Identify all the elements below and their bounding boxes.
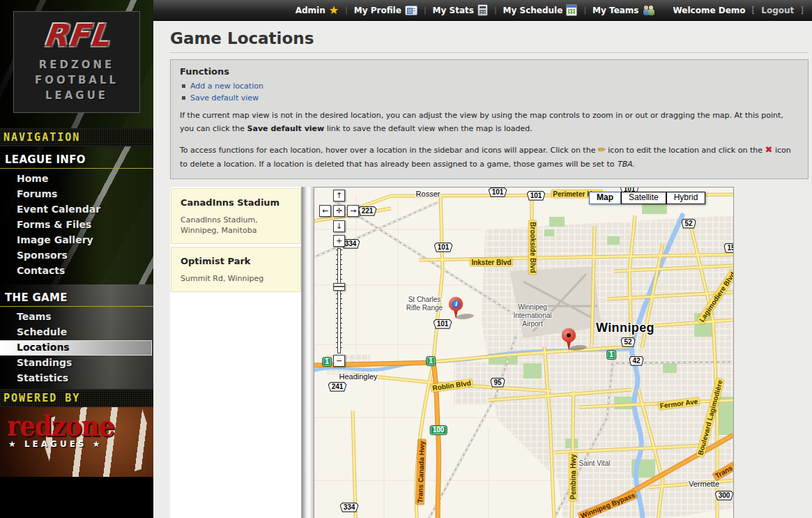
pan-left-button[interactable]: ← — [319, 205, 331, 217]
league-logo-acronym: RFL — [42, 20, 112, 51]
bullet-icon — [182, 96, 185, 100]
zoom-in-button[interactable]: + — [333, 235, 345, 247]
id-card-icon — [405, 6, 418, 15]
sidebar-item-contacts[interactable]: Contacts — [0, 264, 153, 279]
sidebar-item-home[interactable]: Home — [0, 172, 153, 187]
zoom-slider-handle[interactable] — [333, 283, 345, 291]
location-name: CanadInns Stadium — [181, 197, 295, 208]
section-title-league-info: LEAGUE INFO — [0, 152, 153, 169]
zoom-out-button[interactable]: − — [333, 355, 345, 367]
league-logo[interactable]: RFL REDZONE FOOTBALL LEAGUE — [13, 11, 140, 113]
topbar-my-stats[interactable]: My Stats — [433, 4, 488, 16]
welcome-text: Welcome Demo — [673, 6, 746, 15]
sidebar-logo-area: RFL REDZONE FOOTBALL LEAGUE — [0, 0, 153, 128]
help-paragraph-1: If the current map view is not in the de… — [180, 109, 799, 136]
topbar-admin[interactable]: Admin ★ — [296, 6, 339, 15]
map-canvas — [314, 188, 733, 518]
map-type-map-button[interactable]: Map — [589, 192, 621, 204]
location-card-canadinns[interactable]: CanadInns Stadium CanadInns Stadium, Win… — [171, 188, 301, 245]
redzone-leagues-logo[interactable]: redzone ★ LEAGUES ★ — [0, 407, 153, 477]
league-logo-text: REDZONE FOOTBALL LEAGUE — [35, 58, 118, 103]
sidebar-item-forms-files[interactable]: Forms & Files — [0, 218, 153, 233]
map[interactable]: 1011011011011012213343345215524295241300… — [314, 187, 734, 518]
sidebar-section-the-game: THE GAME Teams Schedule Locations Standi… — [0, 284, 153, 389]
save-default-view-link[interactable]: Save default view — [190, 93, 259, 102]
calendar-icon — [566, 4, 577, 16]
functions-header: Functions — [180, 66, 799, 77]
sidebar-item-teams[interactable]: Teams — [0, 310, 153, 325]
topbar-my-profile[interactable]: My Profile — [354, 6, 418, 15]
page-title: Game Locations — [170, 26, 809, 53]
list-item: Add a new location — [182, 82, 799, 91]
topbar-my-schedule[interactable]: My Schedule — [503, 4, 578, 16]
functions-box: Functions Add a new location Save defaul… — [170, 59, 809, 179]
sidebar-item-locations[interactable]: Locations — [0, 340, 152, 356]
sidebar-item-forums[interactable]: Forums — [0, 187, 153, 202]
navigation-led-header: NAVIGATION — [0, 128, 153, 146]
locations-list-panel: CanadInns Stadium CanadInns Stadium, Win… — [170, 187, 314, 518]
location-address: CanadInns Stadium, Winnipeg, Manitoba — [181, 215, 295, 237]
people-icon — [643, 6, 656, 15]
star-icon: ★ — [329, 6, 339, 15]
game-locations-page: RFL REDZONE FOOTBALL LEAGUE NAVIGATION L… — [0, 0, 812, 518]
location-name: Optimist Park — [181, 256, 295, 266]
calculator-icon — [477, 4, 488, 16]
topbar-my-teams[interactable]: My Teams — [592, 6, 655, 15]
sidebar-section-league-info: LEAGUE INFO Home Forums Event Calendar F… — [0, 146, 153, 284]
sidebar: RFL REDZONE FOOTBALL LEAGUE NAVIGATION L… — [0, 0, 153, 518]
powered-by-led-header: POWERED BY — [0, 389, 153, 407]
add-location-link[interactable]: Add a new location — [190, 82, 263, 91]
locations-scrollbar[interactable] — [301, 187, 314, 518]
bullet-icon — [182, 84, 185, 88]
sidebar-item-sponsors[interactable]: Sponsors — [0, 248, 153, 264]
delete-x-icon: ✖ — [765, 144, 772, 155]
sidebar-item-statistics[interactable]: Statistics — [0, 371, 153, 386]
list-item: Save default view — [182, 93, 799, 102]
dot-icon — [567, 333, 571, 337]
locations-workarea: CanadInns Stadium CanadInns Stadium, Win… — [170, 187, 809, 518]
map-type-hybrid-button[interactable]: Hybrid — [666, 192, 706, 204]
pan-down-button[interactable]: ↓ — [333, 220, 345, 232]
edit-pencil-icon: ✏ — [598, 144, 606, 155]
zoom-slider[interactable] — [333, 248, 345, 353]
section-title-the-game: THE GAME — [0, 290, 153, 307]
info-icon: i — [452, 300, 460, 308]
logout-link[interactable]: Logout — [761, 6, 794, 15]
sidebar-item-event-calendar[interactable]: Event Calendar — [0, 202, 153, 218]
top-bar: Admin ★ | My Profile | My Stats | My Sch… — [153, 0, 812, 21]
main-area: Admin ★ | My Profile | My Stats | My Sch… — [153, 0, 812, 518]
map-type-switcher: Map Satellite Hybrid — [589, 192, 705, 204]
sidebar-item-schedule[interactable]: Schedule — [0, 325, 153, 340]
location-address: Summit Rd, Winnipeg — [181, 273, 295, 284]
pan-center-button[interactable]: ✛ — [333, 205, 345, 217]
sidebar-item-standings[interactable]: Standings — [0, 356, 153, 371]
location-card-optimist[interactable]: Optimist Park Summit Rd, Winnipeg — [171, 247, 301, 292]
pan-up-button[interactable]: ↑ — [333, 190, 345, 201]
content: Game Locations Functions Add a new locat… — [153, 26, 812, 518]
map-type-satellite-button[interactable]: Satellite — [621, 192, 666, 204]
sidebar-item-image-gallery[interactable]: Image Gallery — [0, 233, 153, 248]
pan-right-button[interactable]: → — [347, 205, 359, 217]
help-paragraph-2: To access functions for each location, h… — [180, 142, 799, 172]
